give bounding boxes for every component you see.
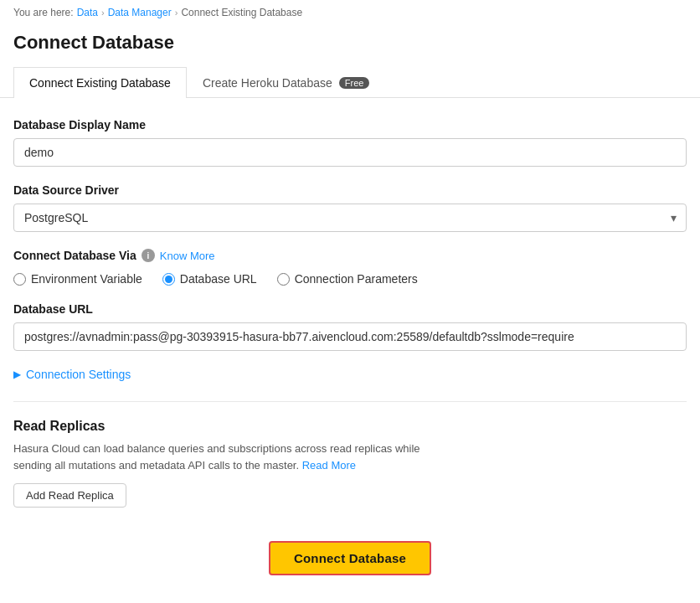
read-replicas-section: Read Replicas Hasura Cloud can load bala… xyxy=(13,419,687,508)
divider xyxy=(13,401,687,402)
tabs-container: Connect Existing Database Create Heroku … xyxy=(0,67,700,98)
connect-database-button[interactable]: Connect Database xyxy=(269,541,431,575)
db-display-name-input[interactable] xyxy=(13,138,687,167)
tab-create-heroku[interactable]: Create Heroku Database Free xyxy=(187,67,386,98)
radio-env-var-label: Environment Variable xyxy=(31,272,142,286)
connect-via-text: Connect Database Via xyxy=(13,249,136,262)
data-source-driver-wrapper: PostgreSQL MySQL MSSQL BigQuery Citus Al… xyxy=(13,204,687,232)
connect-via-radio-group: Environment Variable Database URL Connec… xyxy=(13,272,687,286)
database-url-group: Database URL xyxy=(13,302,687,351)
breadcrumb: You are here: Data › Data Manager › Conn… xyxy=(0,0,700,25)
data-source-driver-label: Data Source Driver xyxy=(13,183,687,197)
breadcrumb-current: Connect Existing Database xyxy=(181,7,302,18)
radio-env-var[interactable]: Environment Variable xyxy=(13,272,142,286)
connection-settings-label: Connection Settings xyxy=(26,368,131,381)
breadcrumb-prefix: You are here: xyxy=(13,7,74,18)
read-replicas-title: Read Replicas xyxy=(13,419,687,434)
submit-area: Connect Database xyxy=(13,528,687,595)
breadcrumb-data-manager-link[interactable]: Data Manager xyxy=(108,7,172,18)
breadcrumb-sep-2: › xyxy=(175,8,178,18)
page-title: Connect Database xyxy=(0,25,700,67)
radio-env-var-input[interactable] xyxy=(13,273,26,286)
read-replicas-description: Hasura Cloud can load balance queries an… xyxy=(13,441,432,473)
heroku-free-badge: Free xyxy=(339,77,370,89)
tab-connect-existing[interactable]: Connect Existing Database xyxy=(13,67,187,98)
radio-connection-params[interactable]: Connection Parameters xyxy=(277,272,418,286)
db-display-name-group: Database Display Name xyxy=(13,118,687,167)
breadcrumb-data-link[interactable]: Data xyxy=(77,7,98,18)
connection-settings-arrow-icon: ▶ xyxy=(13,368,21,380)
connect-via-group: Connect Database Via i Know More Environ… xyxy=(13,249,687,286)
db-display-name-label: Database Display Name xyxy=(13,118,687,131)
data-source-driver-select[interactable]: PostgreSQL MySQL MSSQL BigQuery Citus Al… xyxy=(13,204,687,232)
breadcrumb-sep-1: › xyxy=(101,8,105,18)
radio-connection-params-label: Connection Parameters xyxy=(295,272,418,286)
data-source-driver-group: Data Source Driver PostgreSQL MySQL MSSQ… xyxy=(13,183,687,232)
form-container: Database Display Name Data Source Driver… xyxy=(0,98,700,603)
info-icon[interactable]: i xyxy=(142,249,155,262)
database-url-input[interactable] xyxy=(13,322,687,351)
know-more-link[interactable]: Know More xyxy=(160,250,215,262)
radio-database-url-label: Database URL xyxy=(180,272,257,286)
radio-connection-params-input[interactable] xyxy=(277,273,290,286)
radio-database-url[interactable]: Database URL xyxy=(162,272,257,286)
connect-via-label-row: Connect Database Via i Know More xyxy=(13,249,687,262)
add-read-replica-button[interactable]: Add Read Replica xyxy=(13,483,126,508)
radio-database-url-input[interactable] xyxy=(162,273,175,286)
read-more-link[interactable]: Read More xyxy=(302,459,356,472)
database-url-label: Database URL xyxy=(13,302,687,316)
connection-settings-toggle[interactable]: ▶ Connection Settings xyxy=(13,368,687,381)
